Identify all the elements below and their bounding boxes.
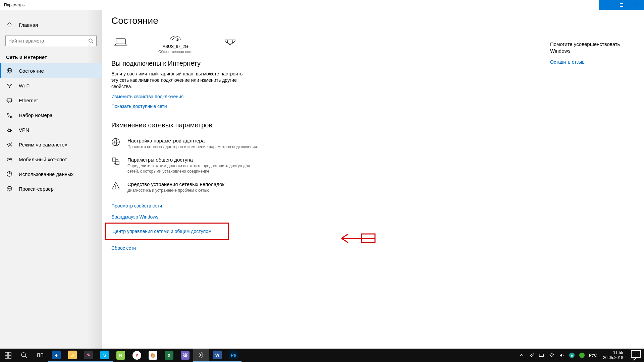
taskbar-app-skype[interactable]: S xyxy=(97,349,113,362)
action-center-button[interactable] xyxy=(629,349,643,362)
sidebar: Главная Сеть и Интернет Состояние Wi-Fi xyxy=(0,10,102,349)
vpn-icon xyxy=(6,126,13,133)
svg-rect-15 xyxy=(116,161,119,165)
airplane-icon xyxy=(6,141,13,148)
link-network-reset[interactable]: Сброс сети xyxy=(111,245,136,251)
option-troubleshooter[interactable]: Средство устранения сетевых неполадок Ди… xyxy=(111,179,262,198)
tray-volume-icon[interactable] xyxy=(559,352,565,358)
taskbar-app-word[interactable]: W xyxy=(209,349,225,362)
option-desc: Просмотр сетевых адаптеров и изменение п… xyxy=(127,144,258,149)
tray-language[interactable]: РУС xyxy=(589,353,597,358)
svg-rect-28 xyxy=(631,351,641,357)
content-area: Состояние ASUS_67_2G Общественная сеть xyxy=(102,10,644,349)
option-desc: Определите, к каким данным вы хотите пре… xyxy=(127,163,262,174)
sidebar-item-status[interactable]: Состояние xyxy=(0,63,102,78)
svg-point-7 xyxy=(11,130,12,131)
taskbar-app-paint[interactable]: 🎨 xyxy=(145,349,161,362)
connected-heading: Вы подключены к Интернету xyxy=(111,60,370,67)
taskbar-app-settings[interactable] xyxy=(193,349,209,362)
sidebar-item-dialup[interactable]: Набор номера xyxy=(0,108,102,122)
tray-leaf-icon[interactable] xyxy=(529,352,535,358)
status-icon xyxy=(6,67,13,74)
sidebar-item-label: VPN xyxy=(19,127,29,133)
minimize-button[interactable] xyxy=(599,0,614,10)
hotspot-icon xyxy=(6,156,13,163)
sidebar-item-hotspot[interactable]: Мобильный хот-спот xyxy=(0,152,102,167)
device-router: ASUS_67_2G Общественная сеть xyxy=(158,33,193,54)
system-tray: e РУС 11:55 26.05.2018 xyxy=(519,349,644,362)
laptop-icon xyxy=(113,38,128,49)
sidebar-item-label: Использование данных xyxy=(19,171,73,177)
link-feedback[interactable]: Оставить отзыв xyxy=(550,59,585,65)
svg-rect-23 xyxy=(41,354,43,357)
taskbar-app-gallery[interactable]: 🖼 xyxy=(177,349,193,362)
dialup-icon xyxy=(6,112,13,118)
adapter-icon xyxy=(111,138,121,148)
search-icon xyxy=(88,38,94,44)
svg-point-1 xyxy=(89,39,92,42)
svg-rect-18 xyxy=(8,352,11,355)
tray-app1-icon[interactable]: e xyxy=(569,352,575,358)
maximize-button[interactable] xyxy=(614,0,629,10)
close-button[interactable] xyxy=(629,0,644,10)
globe-icon xyxy=(223,38,237,49)
sidebar-item-airplane[interactable]: Режим «в самолете» xyxy=(0,137,102,152)
search-box[interactable] xyxy=(5,36,97,46)
sharing-icon xyxy=(111,157,121,167)
tray-date: 26.05.2018 xyxy=(603,355,623,360)
svg-point-8 xyxy=(9,159,10,160)
svg-point-27 xyxy=(551,356,552,357)
option-title: Средство устранения сетевых неполадок xyxy=(127,181,224,187)
link-view-network-props[interactable]: Просмотр свойств сети xyxy=(111,203,162,208)
svg-rect-0 xyxy=(620,4,623,7)
change-settings-heading: Изменение сетевых параметров xyxy=(111,121,370,129)
link-change-connection-props[interactable]: Изменить свойства подключения xyxy=(111,94,183,99)
window-titlebar: Параметры xyxy=(0,0,644,10)
sidebar-home[interactable]: Главная xyxy=(0,17,102,32)
taskbar-app-yandex[interactable]: Y xyxy=(129,349,145,362)
sidebar-home-label: Главная xyxy=(19,22,38,28)
taskbar-app-joxi[interactable]: ✎ xyxy=(80,349,97,362)
home-icon xyxy=(6,21,13,28)
option-sharing-settings[interactable]: Параметры общего доступа Определите, к к… xyxy=(111,154,262,179)
taskbar-app-notepadpp[interactable]: N xyxy=(113,349,129,362)
wifi-signal-icon xyxy=(168,33,183,44)
svg-rect-19 xyxy=(5,356,8,358)
tray-app2-icon[interactable] xyxy=(579,352,585,358)
sidebar-item-proxy[interactable]: Прокси-сервер xyxy=(0,181,102,196)
annotation-highlight-box: Центр управления сетями и общим доступом xyxy=(105,223,229,240)
tray-time: 11:55 xyxy=(603,350,623,355)
tray-clock[interactable]: 11:55 26.05.2018 xyxy=(601,350,625,360)
start-button[interactable] xyxy=(0,349,16,362)
option-title: Настройка параметров адаптера xyxy=(127,138,258,143)
taskbar-app-photoshop[interactable]: Ps xyxy=(225,349,241,362)
search-button[interactable] xyxy=(16,349,32,362)
taskbar-app-explorer[interactable]: 📁 xyxy=(64,349,80,362)
taskbar-app-excel[interactable]: X xyxy=(161,349,177,362)
svg-rect-26 xyxy=(543,355,544,356)
link-network-sharing-center[interactable]: Центр управления сетями и общим доступом xyxy=(112,229,212,234)
svg-rect-4 xyxy=(7,99,12,102)
search-input[interactable] xyxy=(8,38,88,44)
rightpane-title: Помогите усовершенствовать Windows xyxy=(550,41,631,54)
svg-rect-17 xyxy=(5,352,8,355)
proxy-icon xyxy=(6,185,13,192)
tray-chevron-icon[interactable] xyxy=(519,352,525,358)
svg-point-6 xyxy=(7,130,8,131)
sidebar-item-wifi[interactable]: Wi-Fi xyxy=(0,78,102,93)
sidebar-item-ethernet[interactable]: Ethernet xyxy=(0,93,102,108)
sidebar-item-label: Мобильный хот-спот xyxy=(19,157,67,162)
sidebar-item-vpn[interactable]: VPN xyxy=(0,122,102,137)
connected-body: Если у вас лимитный тарифный план, вы мо… xyxy=(111,71,244,90)
svg-rect-22 xyxy=(38,354,40,357)
option-adapter-settings[interactable]: Настройка параметров адаптера Просмотр с… xyxy=(111,135,262,154)
link-show-available-networks[interactable]: Показать доступные сети xyxy=(111,104,167,109)
sidebar-item-datausage[interactable]: Использование данных xyxy=(0,167,102,181)
tray-wifi-icon[interactable] xyxy=(549,352,555,358)
taskview-button[interactable] xyxy=(32,349,48,362)
device-pc xyxy=(113,38,128,49)
link-windows-firewall[interactable]: Брандмауэр Windows xyxy=(111,214,158,220)
taskbar-app-edge[interactable]: e xyxy=(48,349,64,362)
ethernet-icon xyxy=(6,97,13,104)
tray-battery-icon[interactable] xyxy=(539,352,545,358)
